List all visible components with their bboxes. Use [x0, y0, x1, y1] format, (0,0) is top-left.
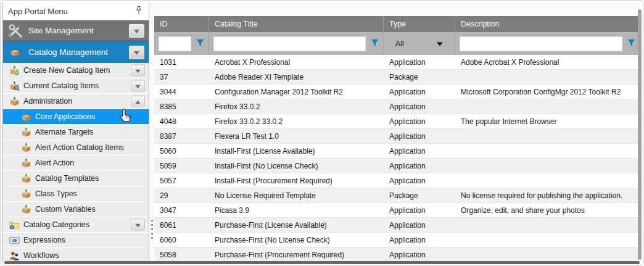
table-row[interactable]: 6061Purchase-First (License Available)Ap… — [154, 218, 640, 233]
sidebar-item-catalog-templates[interactable]: Catalog Templates — [3, 171, 149, 186]
id-filter-input[interactable] — [159, 36, 191, 51]
pin-button[interactable] — [134, 6, 144, 16]
cell-description: Organize, edit, and share your photos — [455, 206, 640, 215]
cell-type: Application — [384, 88, 455, 96]
sidebar-item-core-applications[interactable]: Core Applications — [3, 109, 149, 124]
cell-title: Install-First (License Available) — [209, 147, 384, 156]
folder-gear-icon — [9, 219, 20, 230]
table-body: 1031Acrobat X ProfessionalApplicationAdo… — [154, 55, 640, 262]
cell-id: 3044 — [154, 88, 209, 96]
column-header-id[interactable]: ID — [154, 16, 209, 32]
table-row[interactable]: 3044Configuration Manager 2012 Toolkit R… — [154, 85, 640, 99]
cell-type: Application — [384, 162, 455, 170]
table-row[interactable]: 37Adobe Reader XI TemplatePackage — [154, 70, 640, 85]
cell-title: Picasa 3.9 — [209, 206, 384, 215]
sidebar-item-administration[interactable]: Administration — [3, 94, 149, 109]
cell-type: Package — [384, 191, 455, 200]
cell-title: Acrobat X Professional — [209, 58, 384, 67]
column-header-label: Type — [389, 20, 406, 28]
table-row[interactable]: 6060Purchase-First (No License Check)App… — [154, 233, 640, 247]
expand-collapse-button-catalog-categories[interactable] — [131, 219, 145, 231]
sidebar-item-site-management[interactable]: Site Management — [3, 20, 149, 41]
table-row[interactable]: 8385Firefox 33.0.2Application — [154, 99, 640, 114]
cell-title: Firefox 33.0.2 33.0.2 — [209, 117, 384, 126]
table-row[interactable]: 5059Install-First (No License Check)Appl… — [154, 159, 640, 173]
cell-title: Configuration Manager 2012 Toolkit R2 — [209, 88, 384, 96]
chevron-down-icon — [134, 26, 139, 35]
cell-id: 5059 — [154, 162, 209, 170]
description-filter-input[interactable] — [460, 36, 622, 51]
sidebar: App Portal Menu Site ManagementCatalog M… — [2, 2, 149, 262]
splitter-grip-icon — [151, 220, 153, 239]
cell-description: Adobe Acrobat X Professional — [455, 58, 640, 67]
sidebar-item-catalog-categories[interactable]: Catalog Categories — [3, 217, 149, 232]
catalog-title-filter-input[interactable] — [213, 36, 366, 51]
box-icon — [20, 127, 31, 138]
box-plus-icon — [9, 65, 20, 76]
table-row[interactable]: 8387Flexera LR Test 1.0Application — [154, 129, 640, 144]
table-row[interactable]: 1031Acrobat X ProfessionalApplicationAdo… — [154, 55, 640, 70]
table-row[interactable]: 4048Firefox 33.0.2 33.0.2ApplicationThe … — [154, 114, 640, 129]
expand-collapse-button-site-management[interactable] — [129, 24, 144, 38]
sidebar-item-custom-variables[interactable]: Custom Variables — [3, 202, 149, 217]
cell-type: Application — [384, 221, 455, 230]
cell-id: 6061 — [154, 221, 209, 230]
table-top-spacer — [154, 2, 640, 16]
cell-description: No license required for publishing the a… — [455, 191, 640, 200]
chevron-down-icon — [135, 66, 141, 75]
expand-collapse-button-administration[interactable] — [131, 96, 145, 107]
sidebar-item-alternate-targets[interactable]: Alternate Targets — [3, 125, 149, 139]
cell-title: Purchase-First (Procurement Required) — [209, 251, 384, 259]
filter-icon — [627, 39, 635, 49]
sidebar-item-class-types[interactable]: Class Types — [3, 186, 149, 201]
description-filter-button[interactable] — [627, 39, 635, 49]
cell-type: Package — [384, 73, 455, 81]
catalog-title-filter-button[interactable] — [371, 39, 379, 49]
sidebar-item-label: Site Management — [28, 26, 94, 35]
cell-title: Purchase-First (License Available) — [209, 221, 384, 230]
expand-collapse-button-catalog-management[interactable] — [129, 46, 144, 59]
table-row[interactable]: 5057Install-First (Procurement Required)… — [154, 173, 640, 188]
sidebar-item-current-catalog-items[interactable]: Current Catalog Items — [3, 78, 149, 93]
sidebar-item-label: Expressions — [23, 236, 65, 244]
sidebar-item-alert-action-catalog-items[interactable]: Alert Action Catalog Items — [3, 140, 149, 155]
sidebar-item-alert-action[interactable]: Alert Action — [3, 156, 149, 170]
expand-collapse-button-current-catalog-items[interactable] — [131, 80, 145, 92]
sidebar-item-label: Alert Action — [35, 159, 74, 167]
table-row[interactable]: 5060Install-First (License Available)App… — [154, 144, 640, 159]
expand-collapse-button-create-new-catalog-item[interactable] — [131, 65, 145, 77]
table-row[interactable]: 29No License Required TemplatePackageNo … — [154, 188, 640, 203]
chevron-down-icon — [135, 81, 141, 91]
cell-title: Firefox 33.0.2 — [209, 102, 384, 111]
cell-title: Install-First (No License Check) — [209, 162, 384, 170]
id-filter-button[interactable] — [196, 39, 204, 49]
column-header-type[interactable]: Type — [384, 16, 455, 32]
pin-icon — [135, 6, 142, 17]
cell-id: 5058 — [154, 251, 209, 259]
column-header-description[interactable]: Description — [455, 16, 640, 32]
cell-id: 4048 — [154, 117, 209, 126]
table-row[interactable]: 3047Picasa 3.9ApplicationOrganize, edit,… — [154, 203, 640, 218]
cell-type: Application — [384, 58, 455, 67]
sidebar-item-label: Alert Action Catalog Items — [35, 143, 124, 152]
sidebar-item-create-new-catalog-item[interactable]: Create New Catalog Item — [3, 63, 149, 78]
catalog-table: ID Catalog Title Type Description All — [154, 2, 640, 262]
cell-title: Purchase-First (No License Check) — [209, 236, 384, 244]
chevron-down-icon — [135, 220, 141, 230]
cell-title: Flexera LR Test 1.0 — [209, 132, 384, 141]
window-shadow-right — [638, 9, 642, 260]
table-row[interactable]: 5058Purchase-First (Procurement Required… — [154, 247, 640, 262]
type-filter-dropdown[interactable]: All — [388, 39, 450, 48]
splitter[interactable] — [150, 2, 154, 262]
box-icon — [20, 142, 31, 153]
sidebar-item-catalog-management[interactable]: Catalog Management — [3, 41, 149, 63]
sidebar-item-label: Workflows — [23, 251, 59, 260]
sidebar-items: Site ManagementCatalog ManagementCreate … — [3, 20, 149, 263]
sidebar-item-expressions[interactable]: Expressions — [3, 233, 149, 247]
column-header-catalog-title[interactable]: Catalog Title — [209, 16, 384, 32]
cell-id: 1031 — [154, 58, 209, 67]
filter-cell-type: All — [384, 32, 455, 55]
cell-description: Microsoft Corporation ConfigMgr 2012 Too… — [455, 88, 640, 96]
cell-description: The popular Internet Browser — [455, 117, 640, 126]
cell-id: 8387 — [154, 132, 209, 141]
